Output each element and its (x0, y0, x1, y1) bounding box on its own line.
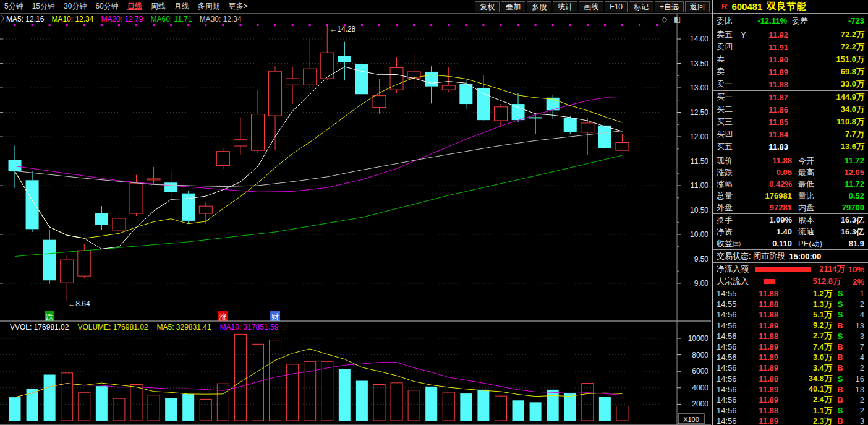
toolbar-button-5[interactable]: 画线 (579, 1, 603, 12)
info-row: 外盘97281内盘79700 (713, 202, 868, 213)
ma-indicator-row: MA5: 12.16MA10: 12.34MA20: 12.79MA60: 11… (6, 15, 249, 23)
period-tab-2[interactable]: 15分钟 (28, 1, 59, 12)
level-label: 卖一 (717, 79, 741, 90)
ask-row[interactable]: 卖一11.8833.0万 (713, 78, 868, 90)
stock-name: 双良节能 (767, 1, 806, 12)
period-tab-8[interactable]: 多周期 (194, 1, 224, 12)
svg-text:13.50: 13.50 (690, 59, 708, 68)
level-label: 卖五 (717, 29, 741, 40)
svg-text:13.00: 13.00 (690, 84, 708, 92)
ask-row[interactable]: 卖三11.90151.0万 (713, 53, 868, 66)
level-label: 卖四 (717, 41, 741, 53)
period-tab-1[interactable]: 5分钟 (0, 1, 28, 12)
period-tab-9[interactable]: 更多> (224, 1, 252, 12)
tick-list[interactable]: 14:5511.881.2万S114:5511.881.3万S214:5611.… (713, 288, 868, 425)
toolbar-button-3[interactable]: 多股 (527, 1, 551, 12)
split-panel-icon[interactable]: ◧ (674, 15, 681, 24)
yuan-tag-icon: ¥ (741, 30, 749, 40)
tick-row: 14:5611.893.4万B2 (713, 363, 868, 373)
level-price: 11.84 (749, 130, 788, 139)
period-tab-7[interactable]: 月线 (170, 1, 194, 12)
period-tab-6[interactable]: 周线 (147, 1, 170, 12)
tick-row: 14:5611.893.0万B4 (713, 352, 868, 363)
tick-row: 14:5511.881.2万S1 (713, 288, 868, 299)
level-label: 买四 (717, 129, 741, 140)
svg-text:12.50: 12.50 (690, 108, 708, 117)
tick-row: 14:5611.885.1万S4 (713, 309, 868, 320)
r-flag: R (721, 2, 727, 11)
flow-bar (764, 279, 775, 284)
level-label: 卖三 (717, 54, 741, 65)
quote-panel: R 600481 双良节能 委比 -12.11% 委差 -723 卖五¥11.9… (712, 0, 868, 425)
ask-row[interactable]: 卖五¥11.9272.2万 (713, 28, 868, 41)
level-amount: 110.8万 (788, 116, 864, 127)
toolbar-button-2[interactable]: 叠加 (501, 1, 525, 12)
level-amount: 13.6万 (788, 141, 864, 152)
svg-text:←14.28: ←14.28 (330, 25, 355, 33)
svg-text:10.00: 10.00 (690, 230, 708, 239)
svg-text:涨: 涨 (219, 312, 227, 321)
level-price: 11.92 (749, 30, 788, 40)
info-row: 净资1.40流通16.3亿 (713, 226, 868, 238)
level-price: 11.90 (749, 55, 788, 64)
fundamental-info-grid: 换手1.09%股本16.3亿净资1.40流通16.3亿收益㈢0.110PE(动)… (713, 214, 868, 250)
period-tab-3[interactable]: 30分钟 (59, 1, 91, 12)
level-amount: 7.7万 (788, 129, 864, 140)
stock-app-window: 14.0013.5013.0012.5012.0011.5011.0010.50… (0, 0, 868, 425)
svg-text:9.00: 9.00 (694, 279, 709, 288)
svg-text:财: 财 (271, 312, 279, 321)
toolbar-button-6[interactable]: F10 (605, 1, 628, 12)
toolbar-button-1[interactable]: 复权 (475, 1, 500, 12)
period-tab-4[interactable]: 60分钟 (91, 1, 122, 12)
tick-row: 14:5611.881.1万S2 (713, 405, 868, 416)
toolbar-button-9[interactable]: 返回 (685, 1, 710, 12)
ask-queue: 卖五¥11.9272.2万卖四11.9172.2万卖三11.90151.0万卖二… (713, 28, 868, 91)
weibi-value: -12.11% (744, 16, 787, 25)
level-amount: 72.2万 (788, 41, 864, 53)
diamond-icon[interactable]: ◇ (662, 15, 667, 24)
bid-row[interactable]: 买三11.85110.8万 (713, 116, 868, 128)
ask-row[interactable]: 卖二11.8969.8万 (713, 66, 868, 78)
svg-text:14.00: 14.00 (690, 35, 708, 43)
svg-text:12.00: 12.00 (690, 132, 708, 141)
level-label: 买二 (717, 104, 741, 115)
info-row: 现价11.88今开11.72 (713, 155, 868, 166)
toolbar-button-7[interactable]: 标记 (629, 1, 653, 12)
svg-text:11.50: 11.50 (691, 157, 708, 166)
svg-text:11.00: 11.00 (691, 181, 708, 190)
info-row: 换手1.09%股本16.3亿 (713, 214, 868, 226)
ask-row[interactable]: 卖四11.9172.2万 (713, 41, 868, 53)
toolbar-button-8[interactable]: +自选 (655, 1, 684, 12)
svg-text:2000: 2000 (692, 400, 708, 408)
bid-row[interactable]: 买五11.8313.6万 (713, 140, 868, 153)
candlestick-chart[interactable]: 14.0013.5013.0012.5012.0011.5011.0010.50… (0, 0, 712, 425)
period-tab-5[interactable]: 日线 (123, 1, 147, 12)
indicator-value: VOLUME: 176981.02 (77, 323, 148, 332)
level-price: 11.83 (749, 142, 788, 152)
level-amount: 34.0万 (788, 104, 864, 115)
stock-title[interactable]: R 600481 双良节能 (713, 0, 868, 14)
level-amount: 33.0万 (788, 79, 864, 90)
volume-indicator-row: VVOL: 176981.02VOLUME: 176981.02MA5: 329… (10, 323, 287, 331)
level-price: 11.88 (749, 80, 788, 89)
svg-text:10000: 10000 (688, 334, 709, 343)
toolbar-button-4[interactable]: 统计 (553, 1, 577, 12)
money-flow-section: 净流入额2114万10%大宗流入512.8万2% (713, 263, 868, 288)
indicator-value: MA10: 317851.59 (220, 323, 279, 332)
status-label: 交易状态: 闭市阶段 (717, 251, 785, 262)
info-row: 收益㈢0.110PE(动)81.9 (713, 238, 868, 249)
level-price: 11.87 (749, 93, 788, 102)
svg-text:跌: 跌 (46, 312, 53, 321)
flow-bar (755, 267, 811, 272)
indicator-value: MA60: 11.71 (150, 15, 192, 24)
bid-row[interactable]: 买二11.8634.0万 (713, 103, 868, 116)
bid-row[interactable]: 买四11.847.7万 (713, 128, 868, 140)
toolbar: 5分钟15分钟30分钟60分钟日线周线月线多周期更多> 复权叠加多股统计画线F1… (0, 0, 712, 14)
level-price: 11.86 (749, 105, 788, 114)
indicator-value: MA20: 12.79 (101, 15, 143, 24)
level-price: 11.85 (749, 118, 788, 127)
bid-row[interactable]: 买一11.87144.9万 (713, 91, 868, 103)
indicator-value: MA5: 12.16 (6, 15, 44, 24)
chart-side: 14.0013.5013.0012.5012.0011.5011.0010.50… (0, 0, 712, 425)
status-time: 15:00:00 (789, 252, 821, 261)
